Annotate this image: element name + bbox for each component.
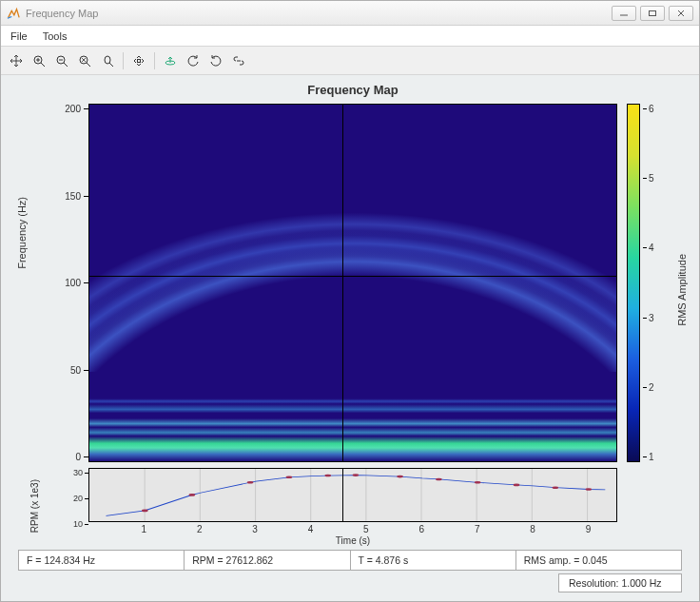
svg-point-29 [286,476,293,478]
crosshair-vertical[interactable] [342,105,343,461]
minimize-button[interactable] [612,6,636,21]
zoom-out-icon[interactable] [52,51,71,70]
svg-rect-15 [138,59,141,62]
svg-point-26 [142,510,148,513]
colorbar: 6 5 4 3 2 1 RMS Amplitude [627,83,688,462]
spectrogram-axes[interactable]: Frequency (Hz) 200 150 100 50 0 Frequenc… [12,83,688,462]
svg-point-37 [586,488,593,491]
status-rpm: RPM = 27612.862 [185,551,350,570]
y-axis-label: Frequency (Hz) [16,197,28,269]
rpm-plot[interactable] [88,468,617,522]
toolbar [1,47,699,75]
status-frequency: F = 124.834 Hz [19,551,185,570]
rpm-y-ticks: 30 20 10 [73,468,88,529]
zoom-x-icon[interactable] [75,51,94,70]
colorbar-gradient [627,104,640,462]
svg-line-5 [41,63,45,67]
menu-tools[interactable]: Tools [43,30,68,42]
svg-point-13 [105,56,110,64]
rotate-right-icon[interactable] [206,51,225,70]
rpm-line [89,469,616,521]
rotate3d-icon[interactable] [161,51,180,70]
toolbar-separator [123,52,124,69]
figure-canvas: Frequency (Hz) 200 150 100 50 0 Frequenc… [1,75,699,601]
crosshair-horizontal[interactable] [89,276,616,277]
maximize-button[interactable] [640,6,665,21]
menubar: File Tools [1,26,699,47]
app-window: Frequency Map File Tools Frequency (Hz) … [0,0,700,602]
resolution-cell: Resolution: 1.000 Hz [558,573,682,592]
svg-rect-1 [650,10,656,15]
titlebar: Frequency Map [1,1,699,26]
rpm-crosshair[interactable] [342,469,343,521]
x-tick-labels: 1 2 3 4 5 6 7 8 9 [88,522,617,535]
zoom-y-icon[interactable] [98,51,117,70]
rpm-y-axis-label: RPM (x 1e3) [29,479,40,533]
x-axis-label: Time (s) [88,535,617,546]
svg-point-35 [514,484,520,487]
svg-point-28 [247,481,254,484]
chart-title: Frequency Map [88,83,617,104]
colorbar-label: RMS Amplitude [676,254,688,326]
svg-point-27 [189,494,196,496]
window-title: Frequency Map [26,8,608,19]
pan-icon[interactable] [7,51,26,70]
rotate-left-icon[interactable] [184,51,203,70]
status-rms: RMS amp. = 0.045 [516,551,681,570]
svg-point-31 [353,474,360,476]
svg-point-33 [436,478,442,481]
svg-point-30 [324,475,331,477]
colorbar-ticks: 6 5 4 3 2 1 [643,104,654,462]
svg-point-32 [397,476,403,478]
svg-point-34 [475,481,481,484]
restore-view-icon[interactable] [129,51,148,70]
matlab-icon [7,7,20,20]
svg-line-14 [109,63,113,67]
svg-point-36 [553,486,559,489]
status-bar: F = 124.834 Hz RPM = 27612.862 T = 4.876… [18,550,682,571]
menu-file[interactable]: File [10,30,28,42]
toolbar-separator [154,52,155,69]
resolution-row: Resolution: 1.000 Hz [12,571,688,595]
close-button[interactable] [669,6,693,21]
svg-line-12 [87,63,90,67]
link-axes-icon[interactable] [229,51,248,70]
svg-line-9 [64,63,68,67]
status-time: T = 4.876 s [351,551,516,570]
spectrogram-plot[interactable] [88,104,617,462]
rpm-axes[interactable]: RPM (x 1e3) 30 20 10 [12,468,688,546]
y-tick-labels: 200 150 100 50 0 [46,104,88,462]
zoom-in-icon[interactable] [29,51,49,70]
